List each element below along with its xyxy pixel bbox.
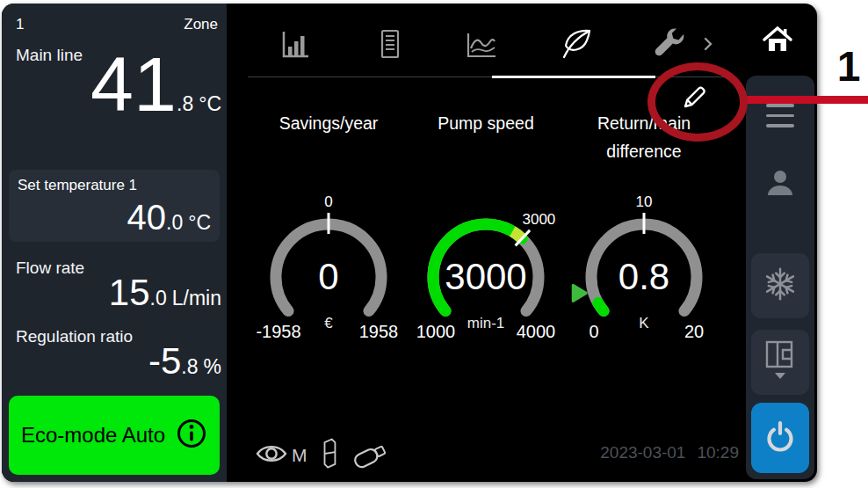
selected-tab-indicator [492, 76, 655, 78]
time-label: 10:29 [697, 443, 739, 463]
sidebar-item-power[interactable] [751, 403, 809, 473]
annotation-circle [647, 62, 748, 142]
gauge-return-difference-min: 0 [561, 322, 627, 341]
flow-rate-value: 15 .0 L/min [109, 273, 221, 313]
eco-mode-label: Eco-mode Auto [21, 423, 165, 448]
datetime: 2023-03-01 10:29 [529, 443, 739, 463]
status-icons: M [255, 436, 394, 475]
regulation-ratio-label: Regulation ratio [16, 327, 133, 346]
regulation-ratio-value: -5 .8 % [148, 341, 221, 382]
set-temperature-unit: °C [188, 211, 211, 235]
set-temperature-value-decimal: .0 [166, 211, 183, 235]
gauge-pump-speed-value: 3000 [402, 257, 569, 297]
set-temperature-label: Set temperature 1 [18, 177, 137, 194]
tab-service[interactable] [647, 25, 689, 67]
zone-panel: 1 Zone Main line 41 .8 °C Set temperatur… [2, 4, 227, 482]
zones-icon [759, 338, 801, 387]
gauge-title-savings: Savings/year [254, 109, 403, 137]
sidebar-item-cooling[interactable] [751, 253, 809, 318]
document-icon [371, 25, 409, 67]
annotation-line [742, 96, 868, 104]
set-temperature-value-int: 40 [127, 198, 167, 237]
svg-text:3000: 3000 [522, 211, 555, 228]
gauge-pump-speed: 3000 3000 min-1 1000 4000 [402, 199, 569, 348]
gauge-return-difference-value: 0.8 [561, 257, 727, 297]
eye-monitor-icon [255, 439, 288, 472]
main-line-unit: °C [199, 92, 221, 116]
tabs-more-button[interactable] [692, 25, 724, 67]
gauge-pump-speed-max: 4000 [503, 322, 569, 341]
eco-mode-button[interactable]: Eco-mode Auto [9, 396, 220, 475]
hamburger-icon [766, 104, 794, 107]
zone-id: 1 [16, 16, 24, 33]
module-icon [320, 436, 339, 475]
user-icon [763, 188, 798, 203]
sidebar-item-menu[interactable] [766, 104, 794, 135]
power-icon [761, 417, 799, 459]
usb-icon [351, 438, 394, 473]
gauge-title-pump-speed: Pump speed [411, 109, 561, 137]
flow-rate-value-decimal: .0 [150, 287, 167, 310]
snowflake-icon [760, 264, 800, 308]
flow-rate-label: Flow rate [16, 259, 84, 278]
sidebar [746, 76, 814, 479]
tab-eco[interactable] [555, 25, 597, 67]
date-label: 2023-03-01 [600, 443, 685, 463]
gauge-pump-speed-min: 1000 [402, 322, 469, 341]
sidebar-item-home[interactable] [741, 5, 814, 77]
zone-header: 1 Zone [16, 16, 218, 33]
set-temperature-value: 40 .0 °C [127, 198, 212, 237]
gauge-savings: 0 0 € -1958 1958 [245, 199, 412, 348]
bar-chart-icon [275, 25, 314, 67]
flow-rate-value-int: 15 [109, 273, 150, 313]
set-temperature-tile[interactable]: Set temperature 1 40 .0 °C [9, 170, 220, 242]
gauge-savings-min: -1958 [245, 322, 312, 341]
home-icon [758, 20, 797, 62]
svg-text:0: 0 [324, 193, 332, 210]
gauge-return-difference-max: 20 [661, 322, 727, 341]
regulation-ratio-value-decimal: .8 [181, 355, 198, 379]
svg-text:10: 10 [636, 193, 653, 210]
flow-rate-unit: L/min [172, 287, 221, 310]
leaf-icon [557, 25, 596, 67]
main-line-value-int: 41 [90, 44, 177, 125]
regulation-ratio-unit: % [204, 355, 221, 379]
main-line-value-decimal: .8 [177, 92, 193, 116]
sidebar-item-user[interactable] [763, 165, 798, 204]
annotation-number: 1 [829, 46, 868, 88]
line-chart-icon [460, 25, 499, 67]
tab-report[interactable] [369, 25, 411, 67]
sidebar-item-zones[interactable] [751, 330, 809, 395]
regulation-ratio-value-int: -5 [148, 341, 181, 382]
mode-letter: M [292, 445, 307, 466]
chevron-right-icon [702, 35, 714, 56]
tab-trend[interactable] [459, 25, 501, 67]
tab-statistics[interactable] [273, 25, 315, 67]
wrench-icon [648, 25, 687, 67]
gauge-savings-value: 0 [245, 257, 412, 297]
info-icon[interactable] [176, 418, 207, 453]
gauge-return-difference: 10 0.8 K 0 20 [561, 199, 727, 348]
screenshot-stage: 1 Zone Main line 41 .8 °C Set temperatur… [0, 0, 868, 488]
main-line-value: 41 .8 °C [90, 44, 221, 125]
main-line-label: Main line [16, 46, 83, 65]
zone-label: Zone [184, 16, 218, 33]
